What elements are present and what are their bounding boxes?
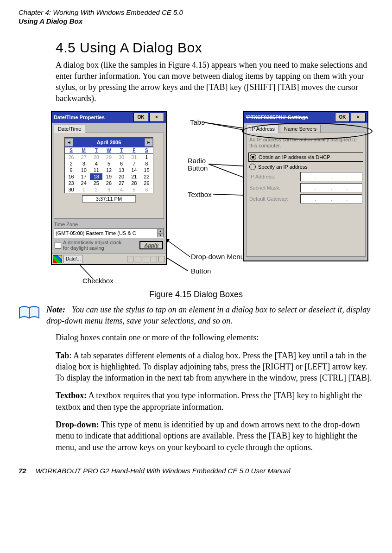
chapter-line: Chapter 4: Working With Windows Embedded… [19, 8, 373, 17]
label-subnet-mask: Subnet Mask: [249, 185, 300, 191]
note-text: You can use the stylus to tap on an elem… [46, 305, 370, 325]
annot-tabs: Tabs [190, 118, 205, 126]
tray-icon[interactable] [151, 256, 157, 262]
section-line: Using A Dialog Box [19, 17, 373, 26]
tray-icon[interactable] [127, 256, 133, 262]
radio-dot-icon [249, 164, 256, 170]
svg-line-5 [164, 238, 190, 257]
annot-radio: RadioButton [188, 157, 208, 172]
dialog-datetime: Date/Time Properties OK × Date/Time ◄ Ap… [51, 111, 167, 265]
timezone-dropdown[interactable]: (GMT-05:00) Eastern Time (US & C ▲▼ [54, 228, 164, 238]
label-default-gateway: Default Gateway: [249, 196, 300, 202]
dst-checkbox[interactable] [55, 242, 61, 248]
taskbar: Date/... [52, 254, 166, 264]
dst-label: Automatically adjust clock for daylight … [63, 240, 123, 251]
intro-paragraph: A dialog box (like the samples in Figure… [56, 59, 373, 104]
book-title: WORKABOUT PRO G2 Hand-Held With Windows … [36, 467, 291, 475]
input-default-gateway[interactable]: ... [300, 194, 362, 203]
running-header: Chapter 4: Working With Windows Embedded… [19, 8, 373, 26]
para-dropdown: Drop-down: This type of menu is identifi… [56, 419, 373, 453]
tab-datetime[interactable]: Date/Time [54, 125, 85, 133]
close-button[interactable]: × [351, 113, 366, 122]
system-tray [127, 256, 165, 262]
annot-textbox: Textbox [188, 191, 212, 198]
cal-month: April 2006 [97, 140, 121, 145]
figure-caption: Figure 4.15 Dialog Boxes [19, 290, 373, 299]
para-intro2: Dialog boxes contain one or more of the … [56, 332, 373, 343]
radio-specify[interactable]: Specify an IP address [248, 163, 363, 171]
ok-button[interactable]: OK [133, 113, 148, 122]
page-footer: 72WORKABOUT PRO G2 Hand-Held With Window… [19, 467, 373, 475]
cal-next-month[interactable]: ► [145, 138, 153, 146]
titlebar-ip: 'PTXCF8385PN1' Settings OK × [244, 112, 367, 123]
tray-icon[interactable] [143, 256, 149, 262]
taskbar-task[interactable]: Date/... [63, 255, 83, 263]
cal-prev-month[interactable]: ◄ [65, 138, 73, 146]
start-button[interactable] [53, 255, 62, 263]
page-number: 72 [19, 467, 26, 475]
tray-icon[interactable] [135, 256, 141, 262]
para-textbox: Textbox: A textbox requires that you typ… [56, 390, 373, 413]
input-ip-address[interactable]: ... [300, 172, 362, 181]
close-button[interactable]: × [149, 113, 164, 122]
dropdown-arrows-icon: ▲▼ [157, 229, 164, 237]
callout-ellipse [242, 123, 373, 140]
calendar[interactable]: SMTWTFS 26272829303112345678910111213141… [65, 147, 153, 193]
radio-dot-icon [250, 154, 256, 160]
note-block: Note:You can use the stylus to tap on an… [19, 304, 373, 327]
title-ip: 'PTXCF8385PN1' Settings [246, 114, 308, 120]
note-label: Note: [46, 305, 65, 314]
time-field[interactable]: 3:37:11 PM [82, 195, 136, 203]
figure-4-15: Tabs RadioButton Textbox Drop-down Menu … [0, 111, 373, 287]
annot-checkbox: Checkbox [82, 277, 114, 285]
para-tab: Tab: A tab separates different elements … [56, 350, 373, 384]
annot-button: Button [191, 267, 211, 275]
timezone-label: Time Zone [52, 221, 166, 228]
annot-dropdown: Drop-down Menu [191, 253, 244, 261]
input-subnet-mask[interactable]: ... [300, 183, 362, 192]
titlebar-datetime: Date/Time Properties OK × [52, 112, 166, 123]
radio-dhcp[interactable]: Obtain an IP address via DHCP [248, 153, 363, 162]
section-title: 4.5 Using A Dialog Box [56, 40, 373, 56]
apply-button[interactable]: Apply [139, 241, 163, 249]
book-icon [19, 305, 40, 321]
tray-icon[interactable] [158, 256, 165, 262]
label-ip-address: IP Address: [249, 174, 300, 179]
ok-button[interactable]: OK [335, 113, 350, 122]
title-datetime: Date/Time Properties [54, 114, 105, 120]
timezone-value: (GMT-05:00) Eastern Time (US & C [56, 230, 136, 236]
